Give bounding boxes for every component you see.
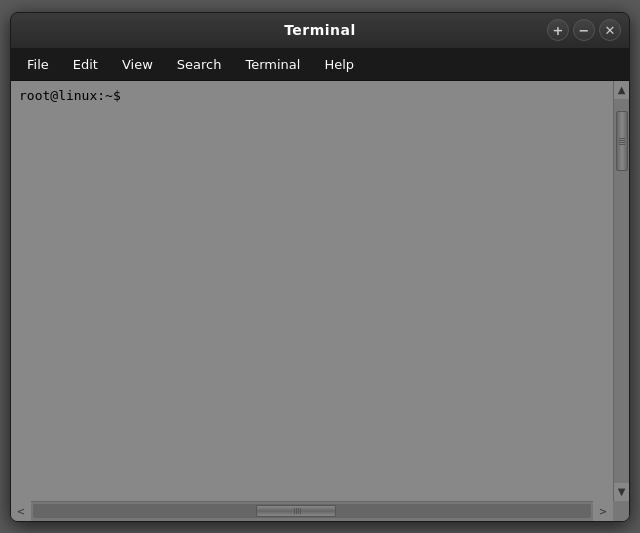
minimize-button[interactable]: − (573, 19, 595, 41)
titlebar: Terminal + − ✕ (11, 13, 629, 49)
menu-help[interactable]: Help (312, 53, 366, 76)
vscroll-thumb[interactable] (616, 111, 628, 171)
vscroll-track[interactable] (614, 99, 629, 483)
titlebar-buttons: + − ✕ (547, 19, 621, 41)
terminal-window: Terminal + − ✕ File Edit View Search Ter… (10, 12, 630, 522)
add-tab-button[interactable]: + (547, 19, 569, 41)
close-button[interactable]: ✕ (599, 19, 621, 41)
scroll-right-arrow[interactable]: > (593, 501, 613, 521)
scrollbar-corner (613, 501, 629, 521)
scroll-left-arrow[interactable]: < (11, 501, 31, 521)
menu-search[interactable]: Search (165, 53, 234, 76)
menu-terminal[interactable]: Terminal (233, 53, 312, 76)
scroll-down-arrow[interactable]: ▼ (614, 483, 630, 501)
hscroll-track[interactable] (33, 504, 591, 518)
window-title: Terminal (93, 22, 547, 38)
menu-view[interactable]: View (110, 53, 165, 76)
content-wrapper: root@linux:~$ ▲ ▼ < > (11, 81, 629, 521)
menu-edit[interactable]: Edit (61, 53, 110, 76)
terminal-prompt: root@linux:~$ (19, 87, 605, 105)
hscrollbar-wrapper: < > (11, 501, 629, 521)
scroll-up-arrow[interactable]: ▲ (614, 81, 630, 99)
terminal-content[interactable]: root@linux:~$ (11, 81, 613, 501)
terminal-area: root@linux:~$ ▲ ▼ (11, 81, 629, 501)
vscrollbar: ▲ ▼ (613, 81, 629, 501)
hscroll-thumb[interactable] (256, 505, 336, 517)
menu-file[interactable]: File (15, 53, 61, 76)
menubar: File Edit View Search Terminal Help (11, 49, 629, 81)
